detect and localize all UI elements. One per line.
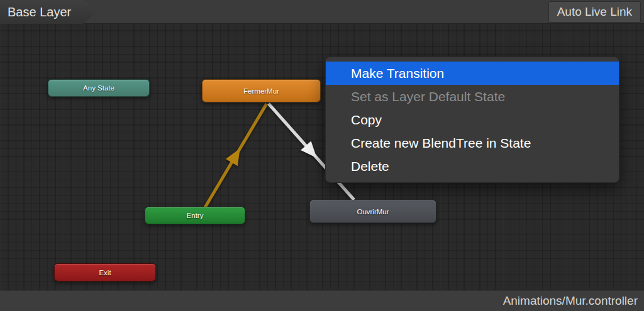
layer-breadcrumb-bar: Base Layer Auto Live Link — [0, 0, 644, 24]
transition-entry-to-fermermur[interactable] — [205, 104, 267, 207]
breadcrumb[interactable]: Base Layer — [0, 0, 98, 24]
state-node-label: OuvrirMur — [357, 208, 389, 216]
controller-asset-path: Animations/Mur.controller — [503, 294, 638, 308]
state-node-label: Exit — [99, 269, 111, 276]
state-node-label: Any State — [83, 84, 114, 92]
state-node-ouvrirmur[interactable]: OuvrirMur — [309, 200, 436, 223]
menu-item-delete[interactable]: Delete — [326, 155, 619, 178]
auto-live-link-label: Auto Live Link — [557, 5, 632, 19]
state-node-label: FermerMur — [243, 87, 279, 95]
breadcrumb-label: Base Layer — [8, 5, 71, 19]
menu-item-make-transition[interactable]: Make Transition — [326, 62, 619, 85]
animator-window: Any State FermerMur Entry OuvrirMur Exit… — [0, 0, 644, 311]
state-node-exit[interactable]: Exit — [54, 263, 156, 281]
state-node-entry[interactable]: Entry — [145, 207, 245, 224]
menu-item-create-blendtree[interactable]: Create new BlendTree in State — [326, 131, 619, 155]
menu-item-set-default-state: Set as Layer Default State — [326, 85, 619, 108]
state-node-any-state[interactable]: Any State — [48, 79, 150, 97]
state-node-label: Entry — [187, 212, 204, 219]
context-menu: Make Transition Set as Layer Default Sta… — [325, 57, 619, 183]
auto-live-link-button[interactable]: Auto Live Link — [548, 1, 641, 23]
status-bar: Animations/Mur.controller — [0, 290, 644, 311]
menu-item-copy[interactable]: Copy — [326, 108, 619, 131]
state-node-fermermur[interactable]: FermerMur — [202, 79, 321, 102]
